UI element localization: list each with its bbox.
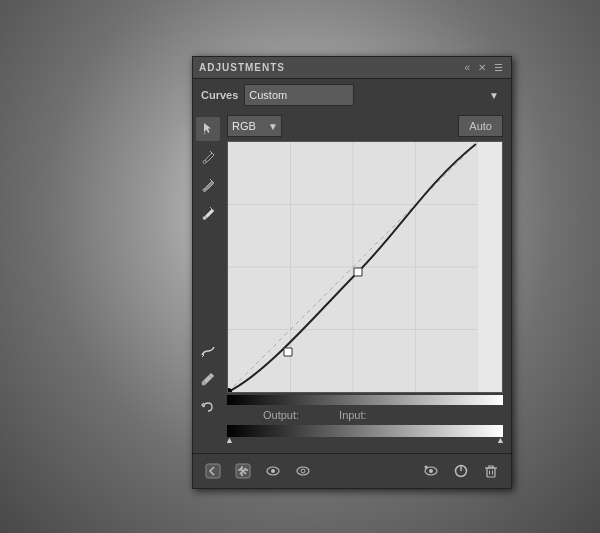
svg-point-13 (301, 469, 305, 473)
visibility-button[interactable] (291, 459, 315, 483)
add-adjustment-button[interactable] (231, 459, 255, 483)
channel-select-wrapper: RGB Red Green Blue ▼ (227, 115, 282, 137)
svg-point-15 (429, 469, 433, 473)
svg-rect-18 (487, 468, 495, 477)
svg-text:↕: ↕ (203, 128, 207, 135)
svg-point-16 (425, 466, 428, 469)
right-content: RGB Red Green Blue ▼ Auto Output: Input: (223, 111, 511, 425)
curves-canvas-container[interactable] (227, 141, 503, 393)
collapse-button[interactable]: « (462, 62, 472, 73)
preset-select[interactable]: Custom Default Strong Contrast Linear Co… (244, 84, 354, 106)
pointer-tool-button[interactable]: ↕ (196, 117, 220, 141)
curves-label: Curves (201, 89, 238, 101)
eye-tool-button[interactable] (261, 459, 285, 483)
panel-titlebar: ADJUSTMENTS « ✕ ☰ (193, 57, 511, 79)
output-input-row: Output: Input: (223, 405, 511, 425)
input-label: Input: (339, 409, 367, 421)
input-gradient-row: ▲ ▲ (193, 425, 511, 439)
delete-button[interactable] (479, 459, 503, 483)
svg-rect-6 (238, 469, 241, 471)
panel-body: ↕ (193, 111, 511, 425)
svg-point-1 (203, 161, 206, 164)
svg-point-2 (203, 189, 206, 192)
history-back-button[interactable] (201, 459, 225, 483)
svg-rect-4 (206, 464, 220, 478)
svg-rect-7 (245, 469, 248, 471)
white-point-triangle: ▲ (496, 435, 505, 445)
svg-point-12 (297, 467, 309, 475)
pencil-tool-button[interactable] (196, 367, 220, 391)
channel-auto-row: RGB Red Green Blue ▼ Auto (223, 111, 511, 141)
black-point-triangle: ▲ (225, 435, 234, 445)
output-gradient-bar (227, 395, 503, 405)
input-gradient-bar: ▲ ▲ (227, 425, 503, 437)
bottom-toolbar (193, 453, 511, 488)
tools-sidebar: ↕ (193, 111, 223, 425)
eyedropper-white-button[interactable] (196, 201, 220, 225)
preset-select-wrapper: Custom Default Strong Contrast Linear Co… (244, 84, 503, 106)
menu-button[interactable]: ☰ (492, 62, 505, 73)
channel-select[interactable]: RGB Red Green Blue (227, 115, 282, 137)
power-button[interactable] (449, 459, 473, 483)
panel-title: ADJUSTMENTS (199, 62, 285, 73)
svg-rect-9 (241, 473, 243, 476)
svg-point-11 (271, 469, 275, 473)
link-button[interactable] (419, 459, 443, 483)
svg-point-3 (203, 217, 206, 220)
preset-dropdown-arrow: ▼ (489, 90, 499, 101)
curves-header: Curves Custom Default Strong Contrast Li… (193, 79, 511, 111)
eyedropper-gray-button[interactable] (196, 173, 220, 197)
curves-canvas[interactable] (228, 142, 478, 392)
close-button[interactable]: ✕ (476, 62, 488, 73)
smooth-curve-button[interactable] (196, 339, 220, 363)
auto-button[interactable]: Auto (458, 115, 503, 137)
titlebar-controls: « ✕ ☰ (462, 62, 505, 73)
eyedropper-black-button[interactable] (196, 145, 220, 169)
output-label: Output: (263, 409, 299, 421)
reset-tool-button[interactable] (196, 395, 220, 419)
adjustments-panel: ADJUSTMENTS « ✕ ☰ Curves Custom Default … (192, 56, 512, 489)
svg-rect-8 (241, 466, 243, 469)
